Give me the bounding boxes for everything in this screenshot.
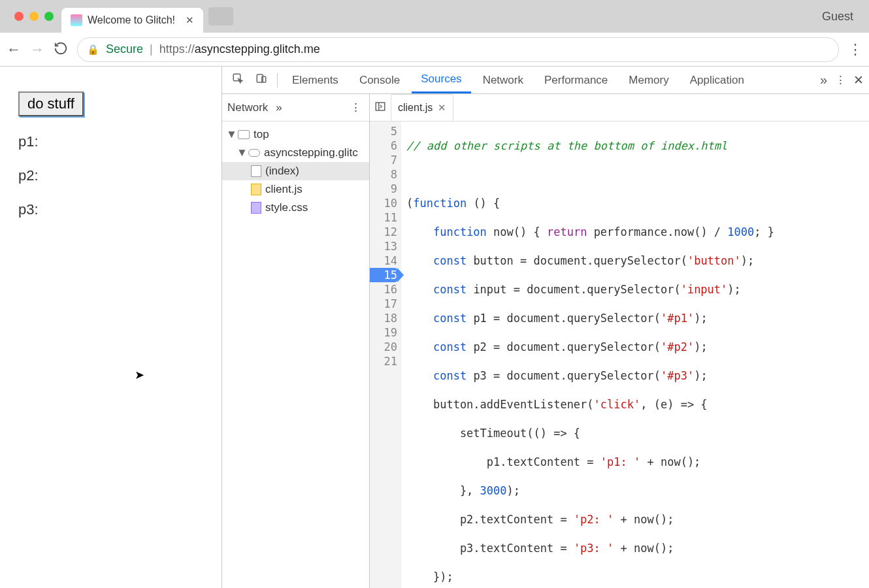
sources-editor: client.js ✕ 56789 1011121314 15 16171819… xyxy=(370,94,869,588)
new-tab-button[interactable] xyxy=(208,7,233,25)
tab-close-icon[interactable]: ✕ xyxy=(186,14,194,26)
tab-sources[interactable]: Sources xyxy=(412,67,470,93)
line-gutter[interactable]: 56789 1011121314 15 161718192021 xyxy=(370,122,401,588)
p2-label: p2: xyxy=(18,167,203,184)
file-icon xyxy=(251,165,261,177)
device-toolbar-icon[interactable] xyxy=(251,73,272,88)
devtools: Elements Console Sources Network Perform… xyxy=(222,67,869,588)
tree-file-style[interactable]: style.css xyxy=(222,199,369,217)
tab-title: Welcome to Glitch! xyxy=(88,14,175,26)
forward-button[interactable]: → xyxy=(30,41,44,58)
tab-memory[interactable]: Memory xyxy=(619,67,678,93)
navigator-more-icon[interactable]: » xyxy=(276,101,282,114)
tree-top-label: top xyxy=(254,128,269,141)
navigator-tab-network[interactable]: Network xyxy=(227,101,268,114)
devtools-close-icon[interactable]: ✕ xyxy=(853,73,864,88)
more-tabs-icon[interactable]: » xyxy=(820,73,827,88)
tab-application[interactable]: Application xyxy=(681,67,753,93)
p3-label: p3: xyxy=(18,201,203,218)
tab-elements[interactable]: Elements xyxy=(283,67,348,93)
divider xyxy=(277,73,278,88)
breakpoint-marker[interactable]: 15 xyxy=(370,268,397,282)
secure-label: Secure xyxy=(106,42,143,56)
tree-file-index[interactable]: (index) xyxy=(222,162,369,180)
nav-toggle-icon[interactable] xyxy=(370,101,391,114)
maximize-window-button[interactable] xyxy=(44,12,54,21)
url-separator: | xyxy=(150,42,153,56)
svg-rect-3 xyxy=(376,103,385,110)
file-style-label: style.css xyxy=(265,201,308,214)
address-bar[interactable]: 🔒 Secure | https://asyncstepping.glitch.… xyxy=(77,37,839,62)
tab-performance[interactable]: Performance xyxy=(535,67,617,93)
glitch-favicon-icon xyxy=(71,14,82,26)
profile-guest-label[interactable]: Guest xyxy=(822,10,853,24)
browser-tabstrip: Welcome to Glitch! ✕ Guest xyxy=(0,0,869,33)
browser-menu-icon[interactable]: ⋮ xyxy=(848,41,862,58)
minimize-window-button[interactable] xyxy=(29,12,39,21)
lock-icon: 🔒 xyxy=(87,44,99,56)
cloud-icon xyxy=(248,149,260,157)
window-controls xyxy=(14,12,54,21)
editor-tab-close-icon[interactable]: ✕ xyxy=(438,102,446,114)
p1-label: p1: xyxy=(18,133,203,150)
tree-domain[interactable]: ▼ asyncstepping.glitc xyxy=(222,144,369,162)
browser-toolbar: ← → 🔒 Secure | https://asyncstepping.gli… xyxy=(0,33,869,67)
back-button[interactable]: ← xyxy=(7,41,21,58)
sources-navigator: Network » ⋮ ▼ top ▼ xyxy=(222,94,370,588)
page-viewport: do stuff p1: p2: p3: xyxy=(0,67,222,588)
browser-tab[interactable]: Welcome to Glitch! ✕ xyxy=(61,8,203,33)
close-window-button[interactable] xyxy=(14,12,24,21)
tree-file-client[interactable]: client.js xyxy=(222,180,369,199)
tree-domain-label: asyncstepping.glitc xyxy=(264,146,358,159)
frame-icon xyxy=(238,130,250,139)
devtools-tabbar: Elements Console Sources Network Perform… xyxy=(222,67,869,94)
editor-tab-label: client.js xyxy=(398,102,433,114)
file-css-icon xyxy=(251,202,261,214)
devtools-menu-icon[interactable]: ⋮ xyxy=(830,73,851,87)
inspect-icon[interactable] xyxy=(227,73,248,88)
editor-tab-client[interactable]: client.js ✕ xyxy=(391,94,453,121)
code-body[interactable]: // add other scripts at the bottom of in… xyxy=(401,122,869,588)
url-text: https://asyncstepping.glitch.me xyxy=(159,42,320,56)
triangle-down-icon: ▼ xyxy=(226,128,234,141)
tree-top[interactable]: ▼ top xyxy=(222,125,369,144)
reload-button[interactable] xyxy=(54,41,68,57)
navigator-menu-icon[interactable]: ⋮ xyxy=(347,101,364,114)
code-editor[interactable]: 56789 1011121314 15 161718192021 // add … xyxy=(370,122,869,588)
file-index-label: (index) xyxy=(265,165,299,178)
file-js-icon xyxy=(251,184,261,195)
tab-network[interactable]: Network xyxy=(474,67,533,93)
triangle-down-icon: ▼ xyxy=(237,146,244,159)
file-client-label: client.js xyxy=(265,183,303,196)
tab-console[interactable]: Console xyxy=(350,67,409,93)
do-stuff-button[interactable]: do stuff xyxy=(18,91,84,116)
